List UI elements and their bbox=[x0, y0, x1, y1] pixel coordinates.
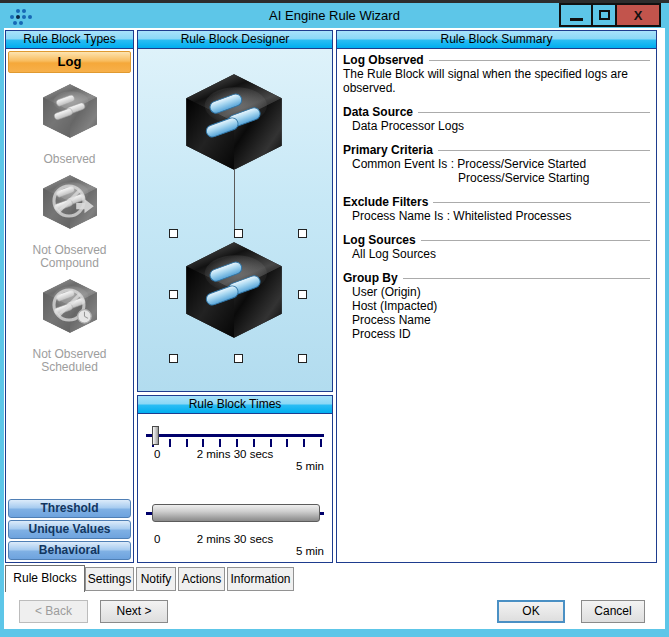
minimize-button[interactable] bbox=[559, 3, 591, 27]
selection-handle-bottom-center[interactable] bbox=[234, 354, 243, 363]
range-slider-bar[interactable] bbox=[152, 504, 320, 522]
selected-rule-block-cube[interactable] bbox=[175, 235, 293, 345]
next-button[interactable]: Next > bbox=[100, 600, 168, 623]
summary-section-data-source: Data Source Data Processor Logs bbox=[343, 105, 650, 133]
selection-handle-top-right[interactable] bbox=[298, 229, 307, 238]
rule-block-times-header: Rule Block Times bbox=[138, 396, 332, 414]
rule-block-summary-header: Rule Block Summary bbox=[337, 31, 656, 49]
rule-block-types-header: Rule Block Types bbox=[6, 31, 133, 49]
selection-handle-bottom-right[interactable] bbox=[298, 354, 307, 363]
not-observed-compound-type-item[interactable]: Not Observed Compound bbox=[6, 171, 133, 270]
threshold-type-button[interactable]: Threshold bbox=[8, 499, 131, 518]
time-slider-track[interactable] bbox=[146, 434, 324, 437]
observed-label: Observed bbox=[6, 153, 133, 166]
rule-block-types-panel: Rule Block Types Log Observed bbox=[5, 30, 134, 563]
minimize-icon bbox=[570, 18, 583, 21]
selection-handle-bottom-left[interactable] bbox=[169, 354, 178, 363]
summary-section-log-observed: Log Observed The Rule Block will signal … bbox=[343, 53, 650, 95]
not-observed-compound-cube-icon bbox=[37, 171, 103, 233]
rule-block-designer-panel: Rule Block Designer bbox=[137, 30, 333, 392]
rule-block-summary-panel: Rule Block Summary Log Observed The Rule… bbox=[336, 30, 657, 563]
maximize-icon bbox=[599, 10, 610, 20]
summary-section-exclude-filters: Exclude Filters Process Name Is : Whitel… bbox=[343, 195, 650, 223]
summary-section-primary-criteria: Primary Criteria Common Event Is : Proce… bbox=[343, 143, 650, 185]
observed-cube-icon bbox=[37, 80, 103, 142]
selection-handle-top-left[interactable] bbox=[169, 229, 178, 238]
range-slider-labels: 0 2 mins 30 secs 5 min bbox=[146, 533, 324, 545]
tab-rule-blocks[interactable]: Rule Blocks bbox=[5, 565, 85, 592]
summary-section-log-sources: Log Sources All Log Sources bbox=[343, 233, 650, 261]
other-type-buttons: Threshold Unique Values Behavioral bbox=[6, 497, 133, 562]
cancel-button[interactable]: Cancel bbox=[581, 600, 645, 623]
summary-section-group-by: Group By User (Origin) Host (Impacted) P… bbox=[343, 271, 650, 341]
selection-handle-mid-left[interactable] bbox=[169, 290, 178, 299]
not-observed-scheduled-cube-icon bbox=[37, 275, 103, 337]
close-button[interactable]: X bbox=[617, 3, 661, 27]
tab-notify[interactable]: Notify bbox=[136, 567, 176, 591]
ok-button[interactable]: OK bbox=[497, 600, 565, 623]
time-slider-labels: 0 2 mins 30 secs 5 min bbox=[146, 448, 324, 460]
rule-block-designer-header: Rule Block Designer bbox=[138, 31, 332, 49]
wizard-content: Rule Block Types Log Observed bbox=[4, 28, 665, 629]
selection-handle-top-center[interactable] bbox=[234, 229, 243, 238]
observed-type-item[interactable]: Observed bbox=[6, 80, 133, 166]
titlebar: AI Engine Rule Wizard X bbox=[0, 3, 669, 28]
block-connector-line bbox=[234, 169, 235, 233]
rule-block-times-panel: Rule Block Times 0 2 mins 30 secs 5 min … bbox=[137, 395, 333, 563]
back-button[interactable]: < Back bbox=[19, 600, 88, 623]
selection-handle-mid-right[interactable] bbox=[298, 290, 307, 299]
not-observed-scheduled-type-item[interactable]: Not Observed Scheduled bbox=[6, 275, 133, 374]
rule-block-type-list: Observed Not Observed Compound bbox=[6, 75, 133, 497]
time-slider-ticks bbox=[152, 439, 322, 447]
clock-icon bbox=[77, 310, 90, 323]
ai-engine-rule-wizard-window: AI Engine Rule Wizard X Rule Block Types… bbox=[0, 0, 669, 637]
tab-actions[interactable]: Actions bbox=[178, 567, 225, 591]
designer-canvas[interactable] bbox=[138, 49, 332, 391]
behavioral-type-button[interactable]: Behavioral bbox=[8, 541, 131, 560]
time-slider-thumb[interactable] bbox=[152, 426, 159, 445]
maximize-button[interactable] bbox=[591, 3, 617, 27]
log-type-button[interactable]: Log bbox=[8, 51, 131, 73]
unique-values-type-button[interactable]: Unique Values bbox=[8, 520, 131, 539]
tab-settings[interactable]: Settings bbox=[85, 567, 134, 591]
tab-information[interactable]: Information bbox=[227, 567, 294, 591]
upper-rule-block-cube[interactable] bbox=[175, 67, 293, 177]
